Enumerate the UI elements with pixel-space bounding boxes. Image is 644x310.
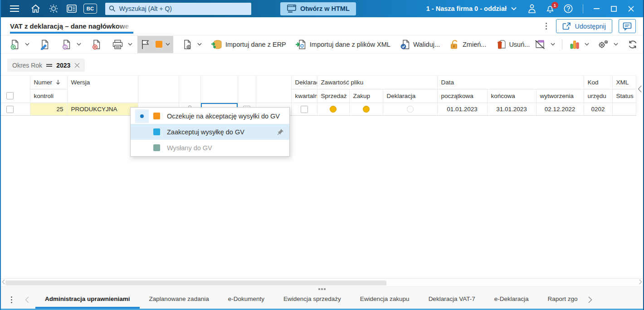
change-button[interactable]: Zmień...	[447, 37, 488, 52]
view-button-chevron[interactable]	[74, 37, 83, 52]
search-input[interactable]	[119, 5, 248, 12]
col-header-deklaracja-kwartalna[interactable]: Deklaracja	[291, 76, 317, 89]
settings-chevron[interactable]	[611, 37, 620, 52]
open-in-html-button[interactable]: Otwórz w HTML	[280, 2, 356, 15]
top-bar: BC Otwórz w HTML 1 - Nasza firma 0 - odd…	[1, 0, 643, 17]
view-button[interactable]	[59, 37, 74, 52]
refresh-button[interactable]	[625, 37, 640, 52]
chat-button[interactable]	[619, 19, 636, 33]
tab-administracja-uprawnieniami[interactable]: Administracja uprawnieniami	[35, 291, 140, 309]
tab-raport-zgo[interactable]: Raport zgo	[538, 291, 587, 309]
new-document-chevron[interactable]	[23, 37, 32, 52]
cell-xml-status[interactable]	[612, 103, 636, 116]
col-header-poczatkowa[interactable]: początkowa	[437, 89, 487, 103]
tab-overflow-menu-icon[interactable]	[8, 294, 15, 306]
help-icon[interactable]	[559, 0, 577, 17]
menu-item-wyslany[interactable]: Wysłany do GV	[131, 140, 289, 156]
assistant-icon[interactable]	[44, 0, 63, 17]
col-header-kod[interactable]: Kod	[584, 76, 612, 89]
cell-sprzedaz-indicator[interactable]	[317, 103, 349, 116]
col-header-zakup[interactable]: Zakup	[349, 89, 383, 103]
edit-button[interactable]	[37, 37, 53, 52]
horizontal-scrollbar[interactable]	[1, 278, 643, 286]
delete-button[interactable]: Usuń...	[493, 37, 532, 52]
minimize-button[interactable]	[588, 0, 605, 17]
table-row[interactable]: 25 PRODUKCYJNA 202204 2023-01 0 01	[1, 103, 636, 116]
hamburger-menu-icon[interactable]	[5, 0, 24, 17]
delete-row-button[interactable]	[89, 37, 104, 52]
col-header-hidden-4[interactable]	[238, 76, 256, 103]
page-settings-chevron[interactable]	[195, 37, 204, 52]
col-header-kontroli[interactable]: kontroli	[30, 89, 67, 103]
cell-data-koncowa[interactable]: 31.01.2023	[487, 103, 536, 116]
col-header-hidden-3[interactable]	[200, 76, 238, 103]
pin-icon[interactable]	[277, 128, 284, 135]
settings-gears-button[interactable]	[595, 37, 611, 52]
home-icon[interactable]	[26, 0, 44, 17]
collapse-pane-chevron-icon[interactable]	[638, 85, 642, 93]
tabs-scroll-left-icon[interactable]	[15, 296, 35, 303]
tab-ewidencja-sprzedazy[interactable]: Ewidencja sprzedaży	[274, 291, 351, 309]
col-header-hidden-2[interactable]	[179, 76, 200, 103]
page-settings-button[interactable]	[180, 37, 195, 52]
row-select-checkbox[interactable]	[6, 106, 14, 113]
scroll-left-icon[interactable]	[2, 279, 5, 285]
cell-zakup-indicator[interactable]	[349, 103, 383, 116]
tab-zaplanowane-zadania[interactable]: Zaplanowane zadania	[140, 291, 219, 309]
cell-kod-urzedu[interactable]: 0202	[584, 103, 612, 116]
news-icon[interactable]	[63, 0, 81, 17]
col-header-hidden-1[interactable]	[138, 76, 179, 103]
cell-numer-kontroli[interactable]: 25	[30, 103, 67, 116]
onenote-chevron[interactable]	[548, 37, 557, 52]
import-erp-button[interactable]: Importuj dane z ERP	[209, 37, 288, 52]
col-header-urzedu[interactable]: urzędu	[584, 89, 612, 103]
col-header-koncowa[interactable]: końcowa	[487, 89, 536, 103]
menu-item-oczekuje[interactable]: Oczekuje na akceptację wysyłki do GV	[131, 108, 289, 124]
more-options-icon[interactable]	[543, 20, 550, 32]
remove-filter-icon[interactable]	[74, 63, 80, 68]
global-search[interactable]	[105, 3, 251, 15]
cell-data-wytworzenia[interactable]: 02.12.2022	[536, 103, 584, 116]
notifications-bell-icon[interactable]: 1	[541, 0, 559, 17]
tab-e-dokumenty[interactable]: e-Dokumenty	[219, 291, 274, 309]
col-header-kwartalna[interactable]: kwartalna	[291, 89, 317, 103]
col-header-status[interactable]: Status	[612, 89, 636, 103]
tab-ewidencja-zakupu[interactable]: Ewidencja zakupu	[351, 291, 419, 309]
close-button[interactable]	[622, 0, 639, 17]
col-header-wersja[interactable]: Wersja	[67, 76, 138, 103]
col-header-numer[interactable]: Numer	[30, 76, 67, 89]
cell-deklaracja-indicator[interactable]	[383, 103, 437, 116]
share-button[interactable]: Udostępnij	[556, 19, 612, 33]
cell-data-poczatkowa[interactable]: 01.01.2023	[437, 103, 487, 116]
filter-chip[interactable]: Okres Rok 2023	[7, 59, 85, 72]
scrollbar-thumb[interactable]	[5, 280, 386, 285]
col-header-xml[interactable]: XML	[612, 76, 636, 89]
print-button-chevron[interactable]	[126, 37, 135, 52]
pane-resize-handle[interactable]	[1, 286, 643, 291]
user-icon[interactable]	[523, 0, 541, 17]
col-header-wytworzenia[interactable]: wytworzenia	[536, 89, 584, 103]
menu-item-zaakceptuj[interactable]: Zaakceptuj wysyłkę do GV	[131, 124, 289, 140]
bc-logo[interactable]: BC	[83, 4, 97, 14]
maximize-button[interactable]	[605, 0, 622, 17]
tabs-scroll-right-icon[interactable]	[588, 296, 592, 303]
select-all-checkbox[interactable]	[6, 92, 14, 99]
tab-e-deklaracja[interactable]: e-Deklaracja	[485, 291, 538, 309]
analysis-chevron[interactable]	[582, 37, 591, 52]
col-header-deklaracja[interactable]: Deklaracja	[383, 89, 437, 103]
col-header-sprzedaz[interactable]: Sprzedaż	[317, 89, 349, 103]
cell-kwartalna-checkbox[interactable]	[291, 103, 317, 116]
xml-import-icon	[295, 39, 307, 50]
new-document-button[interactable]	[7, 37, 23, 52]
company-selector[interactable]: 1 - Nasza firma 0 - oddział	[426, 5, 517, 12]
validate-button[interactable]: Waliduj...	[397, 37, 442, 52]
tab-deklaracja-vat-7[interactable]: Deklaracja VAT-7	[419, 291, 485, 309]
print-button[interactable]	[110, 37, 126, 52]
status-flag-dropdown-button[interactable]	[137, 36, 173, 53]
analysis-chart-button[interactable]	[567, 37, 582, 52]
scroll-right-icon[interactable]	[639, 279, 642, 285]
cell-wersja[interactable]: PRODUKCYJNA	[67, 103, 138, 116]
import-xml-button[interactable]: Importuj dane z plików XML	[293, 37, 393, 52]
onenote-unavailable-button[interactable]	[532, 37, 548, 52]
col-header-hidden-5[interactable]	[256, 76, 291, 103]
